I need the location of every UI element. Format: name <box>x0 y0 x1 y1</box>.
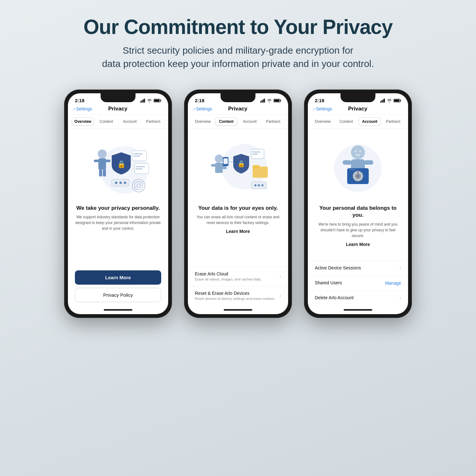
chevron-icon-delete-account: › <box>400 295 401 301</box>
svg-point-62 <box>351 145 365 159</box>
status-icons-3 <box>380 99 401 102</box>
status-icons-1 <box>140 99 161 102</box>
main-title: Our Commitment to Your Privacy <box>83 16 393 38</box>
svg-rect-67 <box>364 160 373 165</box>
illustration-area-1: 🔒 <box>68 129 168 205</box>
phone-account: 2:18 <box>304 89 412 318</box>
learn-more-link-3[interactable]: Learn More <box>315 242 401 247</box>
list-item-reset-devices[interactable]: Reset & Erase Arlo Devices Reset devices… <box>188 286 288 305</box>
svg-rect-29 <box>261 100 262 102</box>
phone-nav-3: ‹ Settings Privacy <box>308 103 408 115</box>
svg-point-25 <box>115 182 117 184</box>
status-time-1: 2:18 <box>75 98 84 103</box>
tab-account-3[interactable]: Account <box>359 117 381 126</box>
phone-content-wrapper: 2:18 <box>184 89 292 318</box>
list-item-reset-devices-desc: Reset devices to factory settings and er… <box>195 296 280 301</box>
nav-title-3: Privacy <box>332 106 383 112</box>
status-bar-1: 2:18 <box>68 93 168 103</box>
list-item-erase-cloud[interactable]: Erase Arlo Cloud Erase all videos, image… <box>188 267 288 286</box>
svg-rect-56 <box>383 99 384 102</box>
svg-text:🔒: 🔒 <box>117 160 126 169</box>
svg-point-64 <box>360 151 361 152</box>
tab-overview-2[interactable]: Overview <box>192 117 214 126</box>
phone-overview: 2:18 <box>64 89 172 318</box>
tab-overview-3[interactable]: Overview <box>312 117 334 126</box>
svg-point-53 <box>261 184 264 187</box>
wifi-icon-2 <box>267 99 272 102</box>
signal-icon-2 <box>260 99 265 102</box>
svg-rect-55 <box>381 100 382 102</box>
battery-icon-2 <box>274 99 281 102</box>
chevron-icon-erase-cloud: › <box>280 274 281 279</box>
svg-rect-57 <box>384 99 385 102</box>
tab-partners-3[interactable]: Partners <box>382 117 404 126</box>
svg-rect-9 <box>98 158 106 169</box>
list-item-shared-users-title: Shared Users <box>315 280 385 285</box>
list-item-erase-cloud-desc: Erase all videos, images, and cached dat… <box>195 277 280 281</box>
tab-content-1[interactable]: Content <box>95 117 117 126</box>
svg-point-51 <box>255 184 257 187</box>
content-desc-2: You can erase all Arlo cloud content or … <box>195 214 281 226</box>
content-desc-1: We support industry standards for data p… <box>75 214 161 231</box>
manage-link-shared-users[interactable]: Manage <box>385 281 401 286</box>
content-title-3: Your personal data belongs to you. <box>315 205 401 219</box>
tab-overview-1[interactable]: Overview <box>72 117 94 126</box>
phone-content-screen: 2:18 <box>188 93 288 314</box>
svg-rect-66 <box>343 160 352 165</box>
signal-icon-3 <box>380 99 385 102</box>
svg-rect-10 <box>94 160 99 162</box>
tab-content-3[interactable]: Content <box>335 117 357 126</box>
svg-rect-33 <box>281 100 281 101</box>
phone-account-screen: 2:18 <box>308 93 408 314</box>
nav-back-1[interactable]: ‹ Settings <box>74 106 92 111</box>
tab-content-2[interactable]: Content <box>215 117 237 126</box>
nav-back-3[interactable]: ‹ Settings <box>314 106 332 111</box>
home-bar-2 <box>224 309 252 311</box>
learn-more-button-1[interactable]: Learn More <box>75 270 161 285</box>
svg-point-36 <box>215 155 223 163</box>
nav-back-2[interactable]: ‹ Settings <box>194 106 212 111</box>
svg-point-26 <box>119 182 122 184</box>
svg-rect-37 <box>215 163 223 173</box>
svg-rect-59 <box>400 100 401 101</box>
svg-rect-11 <box>105 160 110 162</box>
status-bar-2: 2:18 <box>188 93 288 103</box>
wifi-icon-3 <box>387 99 392 102</box>
svg-rect-12 <box>99 169 102 176</box>
list-item-reset-devices-title: Reset & Erase Arlo Devices <box>195 291 280 296</box>
svg-rect-20 <box>136 168 142 169</box>
svg-rect-19 <box>136 166 145 167</box>
svg-rect-31 <box>264 99 265 102</box>
svg-rect-30 <box>263 99 264 102</box>
home-indicator-3 <box>308 305 408 314</box>
subtitle: Strict security policies and military-gr… <box>83 44 393 70</box>
home-bar-1 <box>104 309 132 311</box>
privacy-policy-button-1[interactable]: Privacy Policy <box>75 288 161 302</box>
tab-partners-2[interactable]: Partners <box>262 117 284 126</box>
illustration-area-2: 🔒 <box>188 129 288 205</box>
phone-nav-1: ‹ Settings Privacy <box>68 103 168 115</box>
tab-account-1[interactable]: Account <box>119 117 141 126</box>
svg-point-71 <box>357 175 359 177</box>
content-block-3: Your personal data belongs to you. We're… <box>308 205 408 261</box>
chevron-icon-reset-devices: › <box>280 293 281 299</box>
home-indicator-1 <box>68 305 168 314</box>
illustration-area-3 <box>308 129 408 205</box>
tab-partners-1[interactable]: Partners <box>142 117 164 126</box>
svg-rect-6 <box>154 99 160 102</box>
notch-2 <box>221 93 255 102</box>
learn-more-link-2[interactable]: Learn More <box>195 229 281 234</box>
content-desc-3: We're here to bring you peace of mind an… <box>315 221 401 239</box>
tab-bar-1: Overview Content Account Partners <box>68 115 168 129</box>
svg-rect-49 <box>253 165 260 168</box>
phone-overview-screen: 2:18 <box>68 93 168 314</box>
tab-bar-2: Overview Content Account Partners <box>188 115 288 129</box>
content-illustration-2: 🔒 <box>203 135 273 198</box>
list-item-delete-account[interactable]: Delete Arlo Account › <box>308 290 408 305</box>
svg-rect-17 <box>133 155 140 157</box>
tab-account-2[interactable]: Account <box>239 117 261 126</box>
list-item-shared-users[interactable]: Shared Users Manage <box>308 275 408 290</box>
list-item-active-sessions[interactable]: Active Device Sessions › <box>308 261 408 275</box>
list-item-erase-cloud-title: Erase Arlo Cloud <box>195 271 280 276</box>
svg-rect-5 <box>161 100 161 101</box>
